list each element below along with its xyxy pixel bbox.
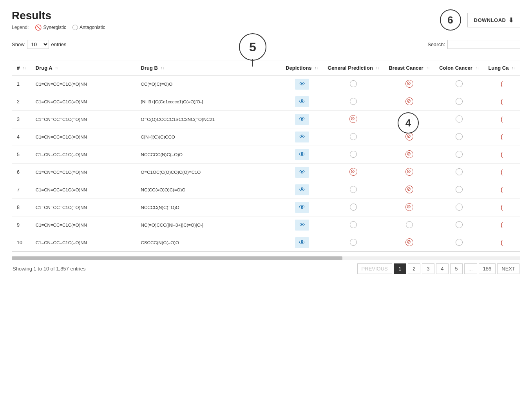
empty-circle [350, 204, 357, 211]
row-num: 9 [17, 222, 20, 228]
drug-b-value: NC(=O)CCC([NH3+])C(=O)[O-] [141, 223, 203, 227]
depictions-eye-button[interactable]: 👁 [295, 220, 309, 231]
sort-breast-icon: ↑↓ [426, 67, 430, 70]
table-body: 1C1=CN=CC=C1C(=O)NNCC(=O)C(=O)O👁 ⊘ (2C1=… [12, 75, 520, 251]
depictions-eye-button[interactable]: 👁 [295, 132, 309, 142]
antagonistic-icon [72, 25, 78, 30]
sort-lung-icon: ↑↓ [512, 67, 515, 70]
drug-a-value: C1=CN=CC=C1C(=O)NN [36, 240, 87, 245]
circle5-line [252, 59, 253, 67]
circle-6-badge: 6 [440, 9, 461, 31]
show-entries-control: Show 10 25 50 100 entries [12, 40, 67, 49]
search-label: Search: [427, 41, 445, 47]
depictions-eye-button[interactable]: 👁 [295, 96, 309, 107]
row-num: 1 [17, 81, 20, 87]
drug-a-value: C1=CN=CC=C1C(=O)NN [36, 223, 87, 227]
depictions-eye-button[interactable]: 👁 [295, 114, 309, 125]
sort-druga-icon: ↑↓ [55, 67, 59, 70]
depictions-eye-button[interactable]: 👁 [295, 237, 309, 248]
partial-icon: ( [501, 239, 503, 246]
th-drug-a[interactable]: Drug A ↑↓ [31, 61, 136, 75]
th-num[interactable]: # ↑↓ [12, 61, 31, 75]
search-input[interactable] [447, 40, 520, 49]
empty-circle [456, 98, 463, 105]
drug-a-value: C1=CN=CC=C1C(=O)NN [36, 82, 87, 87]
synergistic-icon: ⊘ [405, 80, 413, 88]
row-num: 7 [17, 187, 20, 193]
drug-a-value: C1=CN=CC=C1C(=O)NN [36, 152, 87, 157]
page-1-button[interactable]: 1 [394, 263, 406, 274]
drug-b-value: C[N+](C)(C)CCO [141, 135, 175, 139]
entries-select[interactable]: 10 25 50 100 [27, 40, 49, 49]
row-num: 3 [17, 117, 20, 122]
legend-antagonistic-label: Antagonistic [80, 25, 105, 30]
page-4-button[interactable]: 4 [436, 263, 449, 274]
empty-circle [456, 239, 463, 246]
partial-icon: ( [501, 169, 503, 175]
th-general-prediction[interactable]: General Prediction ↑↓ [323, 61, 384, 75]
drug-b-value: CSCCC(N)C(=O)O [141, 240, 179, 245]
scroll-track[interactable] [12, 256, 520, 260]
next-button[interactable]: NEXT [497, 263, 519, 274]
table-row: 9C1=CN=CC=C1C(=O)NNNC(=O)CCC([NH3+])C(=O… [12, 216, 520, 234]
legend-antagonistic: Antagonistic [72, 25, 105, 30]
table-row: 10C1=CN=CC=C1C(=O)NNCSCCC(N)C(=O)O👁 ⊘ ( [12, 234, 520, 252]
drug-b-value: NCCCCC(N)C(=O)O [141, 152, 183, 157]
th-depictions[interactable]: Depictions ↑↓ [281, 61, 323, 75]
synergistic-icon: 🚫 [35, 24, 42, 31]
drug-b-value: [NH3+]C(Cc1ccccc1)C(=O)[O-] [141, 99, 203, 104]
drug-b-value: O=C(O)CCCCC1SCC2NC(=O)NC21 [141, 117, 215, 122]
previous-button[interactable]: PREVIOUS [357, 263, 392, 274]
sort-num-icon: ↑↓ [23, 67, 26, 70]
legend-label: Legend: [12, 25, 29, 30]
empty-circle [456, 186, 463, 193]
depictions-eye-button[interactable]: 👁 [295, 167, 309, 178]
synergistic-icon: ⊘ [349, 115, 357, 123]
empty-circle [350, 186, 357, 193]
empty-circle [456, 115, 463, 123]
entries-label: entries [51, 41, 67, 47]
page-5-button[interactable]: 5 [450, 263, 463, 274]
empty-circle [456, 151, 463, 158]
partial-icon: ( [501, 81, 503, 87]
th-breast-cancer[interactable]: Breast Cancer ↑↓ [384, 61, 434, 75]
depictions-eye-button[interactable]: 👁 [295, 184, 309, 195]
th-lung-cancer[interactable]: Lung Ca ↑↓ [483, 61, 520, 75]
depictions-eye-button[interactable]: 👁 [295, 79, 309, 90]
row-num: 10 [17, 240, 22, 245]
th-colon-cancer[interactable]: Colon Cancer ↑↓ [434, 61, 483, 75]
th-drug-b[interactable]: Drug B ↑↓ [136, 61, 281, 75]
empty-circle [456, 221, 463, 228]
page-186-button[interactable]: 186 [479, 263, 496, 274]
drug-a-value: C1=CN=CC=C1C(=O)NN [36, 135, 87, 139]
partial-icon: ( [501, 222, 503, 228]
sort-depictions-icon: ↑↓ [315, 67, 318, 70]
table-row: 6C1=CN=CC=C1C(=O)NNO=C1OC(C(O)CO)C(O)=C1… [12, 164, 520, 181]
partial-icon: ( [501, 116, 503, 123]
drug-a-value: C1=CN=CC=C1C(=O)NN [36, 117, 87, 122]
table-header-row: # ↑↓ Drug A ↑↓ Drug B ↑↓ Depictions [12, 61, 520, 75]
empty-circle [456, 80, 463, 87]
drug-b-value: NCCCC(N)C(=O)O [141, 205, 179, 210]
empty-circle [350, 80, 357, 87]
page-2-button[interactable]: 2 [408, 263, 420, 274]
sort-drugb-icon: ↑↓ [161, 67, 165, 70]
row-num: 2 [17, 99, 20, 105]
pagination-row: Showing 1 to 10 of 1,857 entries PREVIOU… [12, 260, 520, 277]
pagination: PREVIOUS 1 2 3 4 5 ... 186 NEXT [357, 263, 519, 274]
showing-text: Showing 1 to 10 of 1,857 entries [13, 266, 85, 272]
depictions-eye-button[interactable]: 👁 [295, 202, 309, 213]
empty-circle [350, 151, 357, 158]
show-label: Show [12, 41, 25, 47]
table-row: 5C1=CN=CC=C1C(=O)NNNCCCCC(N)C(=O)O👁 ⊘ ( [12, 146, 520, 164]
empty-circle [350, 221, 357, 228]
depictions-eye-button[interactable]: 👁 [295, 149, 309, 160]
download-label: DOWNLOAD [474, 17, 506, 23]
partial-icon: ( [501, 133, 503, 140]
empty-circle [456, 168, 463, 175]
download-button[interactable]: DOWNLOAD ⬇ [467, 13, 521, 27]
drug-b-value: CC(=O)C(=O)O [141, 82, 173, 87]
empty-circle [406, 115, 413, 123]
page-3-button[interactable]: 3 [422, 263, 434, 274]
empty-circle [350, 98, 357, 105]
